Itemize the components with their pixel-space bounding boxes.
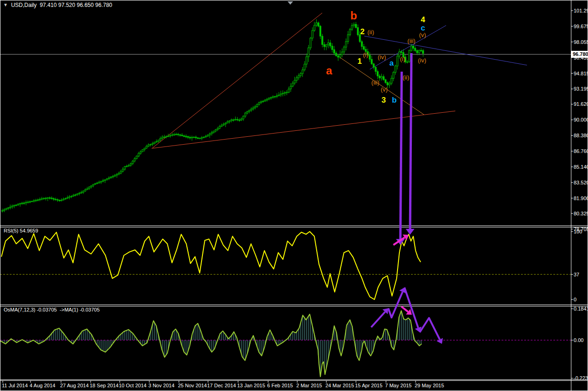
current-price-tag: 96.780 [571, 51, 588, 58]
wave-label-iii-orange-roman[interactable]: (iii) [407, 37, 415, 44]
wave-label-iv-orange-roman[interactable]: (iv) [378, 54, 386, 61]
price-axis-label: 94.815 [574, 71, 588, 76]
time-axis-label: 25 Nov 2014 [178, 383, 207, 388]
price-axis-label: 98.055 [574, 39, 588, 45]
chart-canvas[interactable]: ab2(ii)1(i)(iv)(iii)(v)3ba(i)(ii)(iii)(i… [0, 0, 588, 391]
time-axis-label: 18 Sep 2014 [90, 383, 118, 388]
price-axis-label: 91.620 [574, 101, 588, 107]
time-axis-label: 13 Jan 2015 [237, 383, 265, 388]
wave-label-2-yellow-num[interactable]: 2 [360, 27, 364, 36]
osma-axis-label: 0.18413 [574, 306, 588, 312]
price-axis-label: 101.295 [574, 8, 588, 13]
time-axis-label: 4 Aug 2014 [30, 383, 55, 388]
wave-label-c-cyan-letter[interactable]: c [421, 24, 425, 32]
time-axis-label: 10 Oct 2014 [119, 383, 147, 388]
time-axis-label: 24 Mar 2015 [325, 383, 354, 388]
wave-label-a-cyan-letter[interactable]: a [389, 59, 394, 67]
wave-label-3-yellow-num[interactable]: 3 [381, 96, 386, 104]
osma-axis-label: -0.22312 [574, 375, 588, 381]
time-axis-label: 6 Feb 2015 [267, 383, 293, 388]
wave-label-ii-orange-roman[interactable]: (ii) [368, 29, 374, 36]
price-axis-label: 88.380 [574, 133, 588, 138]
time-axis-label: 27 Aug 2014 [60, 383, 89, 388]
osma-axis-label: 0.00 [574, 337, 583, 343]
wave-label-iii-orange-roman[interactable]: (iii) [371, 79, 379, 86]
wave-label-ii-orange-roman[interactable]: (ii) [403, 74, 409, 81]
time-axis-label: 3 Nov 2014 [148, 383, 174, 388]
wave-label-1-yellow-num[interactable]: 1 [357, 57, 361, 66]
wave-label-b-cyan-letter[interactable]: b [392, 96, 397, 104]
time-axis-label: 11 Jul 2014 [2, 383, 28, 388]
osma-indicator-label: OsMA(7,12,3) -0.03705 ->MA(1) -0.03705 [4, 307, 100, 312]
svg-text:96.780: 96.780 [573, 51, 588, 57]
price-axis-label: 83.520 [574, 180, 588, 185]
price-axis-label: 90.000 [574, 117, 588, 122]
wave-label-iv-orange-roman[interactable]: (iv) [418, 57, 426, 64]
symbol-dropdown-icon[interactable]: ▼ [3, 3, 8, 7]
wave-label-a-red-big[interactable]: a [326, 64, 332, 77]
price-axis-label: 81.900 [574, 196, 588, 201]
rsi-axis-label: 0 [574, 297, 576, 302]
price-axis-label: 86.760 [574, 148, 588, 154]
time-axis-label: 15 Apr 2015 [355, 383, 382, 388]
rsi-axis-label: 100 [574, 229, 582, 234]
wave-label-i-orange-roman[interactable]: (i) [363, 51, 368, 58]
symbol-title: ▼ USD,Daily 97.410 97.520 96.650 96.780 [3, 2, 112, 8]
wave-label-4-yellow-num[interactable]: 4 [421, 15, 425, 24]
price-axis-label: 99.675 [574, 24, 588, 29]
wave-label-i-orange-roman[interactable]: (i) [400, 55, 405, 62]
price-axis-label: 80.325 [574, 211, 588, 216]
rsi-axis-label: 37 [574, 272, 579, 277]
wave-label-b-red-big[interactable]: b [350, 9, 357, 22]
time-axis-label: 7 May 2015 [385, 383, 411, 388]
chart-window: ab2(ii)1(i)(iv)(iii)(v)3ba(i)(ii)(iii)(i… [0, 0, 588, 391]
time-axis-label: 2 Mar 2015 [296, 383, 322, 388]
time-axis-label: 17 Dec 2014 [207, 383, 236, 388]
price-axis-label: 85.140 [574, 164, 588, 170]
symbol-title-text: USD,Daily 97.410 97.520 96.650 96.780 [11, 2, 112, 8]
wave-label-v-orange-roman[interactable]: (v) [419, 31, 426, 38]
wave-label-v-orange-roman[interactable]: (v) [380, 86, 387, 93]
price-axis-label: 93.195 [574, 86, 588, 92]
rsi-indicator-label: RSI(5) 54.9659 [4, 228, 38, 233]
time-axis-label: 29 May 2015 [415, 383, 444, 388]
